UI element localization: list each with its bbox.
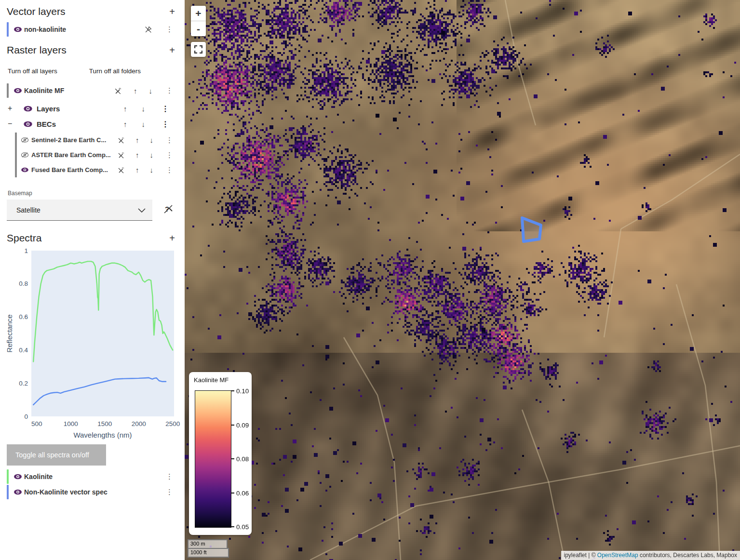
pin-disabled-icon[interactable] xyxy=(144,26,152,34)
colorbar-tick-label: 0.05 xyxy=(236,523,249,531)
layer-menu-icon[interactable]: ⋮ xyxy=(164,136,175,145)
attribution-suffix: contributors, Descartes Labs, Mapbox xyxy=(638,552,737,559)
move-down-icon[interactable]: ↓ xyxy=(150,151,154,159)
layer-label: ASTER Bare Earth Comp... xyxy=(31,151,117,159)
layer-label: Sentinel-2 Bare Earth C... xyxy=(31,136,117,144)
layer-menu-icon[interactable]: ⋮ xyxy=(164,151,175,160)
visibility-off-eye-icon[interactable] xyxy=(21,152,31,158)
becs-children-group: Sentinel-2 Bare Earth C... ↑ ↓ ⋮ ASTER B… xyxy=(7,133,178,177)
move-up-icon[interactable]: ↑ xyxy=(135,151,139,159)
svg-text:0.2: 0.2 xyxy=(19,380,28,387)
openstreetmap-link[interactable]: OpenStreetMap xyxy=(597,552,638,559)
basemap-select[interactable]: Satellite xyxy=(7,200,152,221)
layer-menu-icon[interactable]: ⋮ xyxy=(164,86,175,95)
visibility-eye-icon[interactable] xyxy=(13,489,24,495)
svg-text:0.6: 0.6 xyxy=(19,313,28,320)
query-tool-disabled-icon[interactable]: ? xyxy=(163,204,174,216)
spectra-chart-svg: 00.20.40.60.815001000150020002500Wavelen… xyxy=(4,247,183,440)
fullscreen-icon xyxy=(194,45,202,53)
zoom-out-button[interactable]: - xyxy=(191,21,206,36)
raster-layer-row-fused: Fused Bare Earth Comp... ↑ ↓ ⋮ xyxy=(21,162,178,177)
move-down-icon[interactable]: ↓ xyxy=(142,105,146,113)
expand-folder-icon[interactable]: + xyxy=(7,104,18,113)
svg-text:Wavelengths (nm): Wavelengths (nm) xyxy=(73,431,132,439)
folder-menu-icon[interactable]: ⋮ xyxy=(160,120,171,129)
folder-label: Layers xyxy=(37,105,123,113)
style-wand-disabled-icon[interactable] xyxy=(114,87,122,95)
move-down-icon[interactable]: ↓ xyxy=(142,120,146,128)
visibility-eye-icon[interactable] xyxy=(13,88,24,93)
move-up-icon[interactable]: ↑ xyxy=(135,136,139,144)
colorbar-tick-label: 0.09 xyxy=(236,422,249,429)
move-up-icon[interactable]: ↑ xyxy=(123,105,127,113)
move-down-icon[interactable]: ↓ xyxy=(150,136,154,144)
spectrum-color-bar xyxy=(7,485,9,499)
spectrum-row-kaolinite: Kaolinite ⋮ xyxy=(7,469,178,484)
spectrum-label: Kaolinite xyxy=(24,473,164,480)
move-down-icon[interactable]: ↓ xyxy=(149,87,153,95)
scale-control: 300 m 1000 ft xyxy=(188,539,229,558)
raster-layers-title: Raster layers xyxy=(7,44,67,56)
svg-text:Reflectance: Reflectance xyxy=(5,314,13,352)
style-wand-disabled-icon[interactable] xyxy=(117,136,125,144)
svg-text:500: 500 xyxy=(31,420,42,427)
svg-text:1: 1 xyxy=(24,247,28,254)
raster-layers-header: Raster layers + xyxy=(7,44,178,56)
visibility-eye-icon[interactable] xyxy=(13,27,24,32)
layer-color-bar xyxy=(7,22,9,37)
move-down-icon[interactable]: ↓ xyxy=(150,166,154,174)
tree-guide-bar xyxy=(15,133,17,177)
layer-label: Fused Bare Earth Comp... xyxy=(31,166,117,173)
scale-imperial: 1000 ft xyxy=(188,548,229,558)
turn-off-all-folders-link[interactable]: Turn off all folders xyxy=(89,67,141,75)
visibility-off-eye-icon[interactable] xyxy=(21,137,31,143)
add-raster-layer-button[interactable]: + xyxy=(166,45,178,55)
satellite-map[interactable] xyxy=(185,0,740,560)
visibility-eye-icon[interactable] xyxy=(13,474,24,480)
layer-label: non-kaolinite xyxy=(24,26,144,33)
spectra-header: Spectra + xyxy=(7,232,178,244)
map-attribution: ipyleaflet | © OpenStreetMap contributor… xyxy=(561,551,740,560)
move-up-icon[interactable]: ↑ xyxy=(135,166,139,174)
colorbar-tick xyxy=(231,526,234,527)
layer-control-sidebar: Vector layers + non-kaolinite ⋮ Raster l… xyxy=(0,0,185,560)
colorbar-gradient xyxy=(195,390,231,528)
style-wand-disabled-icon[interactable] xyxy=(117,166,125,174)
turn-off-all-layers-link[interactable]: Turn off all layers xyxy=(8,67,57,75)
move-up-icon[interactable]: ↑ xyxy=(123,120,127,128)
folder-row-becs: − BECs ↑ ↓ ⋮ xyxy=(7,116,178,132)
svg-text:0.4: 0.4 xyxy=(19,347,28,354)
toggle-all-spectra-button[interactable]: Toggle all spectra on/off xyxy=(7,444,106,466)
vector-layers-title: Vector layers xyxy=(7,6,65,17)
raster-layer-row-aster: ASTER Bare Earth Comp... ↑ ↓ ⋮ xyxy=(21,147,178,162)
svg-text:1500: 1500 xyxy=(97,420,112,427)
collapse-folder-icon[interactable]: − xyxy=(7,120,18,128)
style-wand-disabled-icon[interactable] xyxy=(117,151,125,159)
visibility-eye-icon[interactable] xyxy=(21,167,31,173)
svg-text:0: 0 xyxy=(24,413,28,420)
vector-layers-header: Vector layers + xyxy=(7,6,178,17)
zoom-in-button[interactable]: + xyxy=(191,6,206,21)
layer-menu-icon[interactable]: ⋮ xyxy=(164,166,175,174)
map-viewport[interactable]: + - Kaolinite MF 0.10 0.09 0.08 0.06 0.0… xyxy=(185,0,740,560)
spectrum-menu-icon[interactable]: ⋮ xyxy=(164,472,175,481)
chevron-down-icon xyxy=(138,206,146,214)
spectrum-row-non-kaolinite: Non-Kaolinite vector spec ⋮ xyxy=(7,485,178,499)
spectra-title: Spectra xyxy=(7,232,41,244)
svg-text:2500: 2500 xyxy=(165,420,180,427)
spectrum-menu-icon[interactable]: ⋮ xyxy=(164,488,175,496)
visibility-eye-icon[interactable] xyxy=(23,121,34,127)
layer-menu-icon[interactable]: ⋮ xyxy=(164,25,175,34)
colorbar-tick xyxy=(231,425,234,426)
folder-menu-icon[interactable]: ⋮ xyxy=(160,104,171,113)
layer-label: Kaolinite MF xyxy=(24,87,114,94)
add-spectrum-button[interactable]: + xyxy=(166,233,178,243)
add-vector-layer-button[interactable]: + xyxy=(166,7,178,16)
zoom-control: + - xyxy=(191,6,206,36)
fullscreen-button[interactable] xyxy=(191,42,206,57)
visibility-eye-icon[interactable] xyxy=(23,106,34,112)
colorbar-legend: Kaolinite MF 0.10 0.09 0.08 0.06 0.05 xyxy=(189,372,252,535)
move-up-icon[interactable]: ↑ xyxy=(134,87,137,95)
spectrum-label: Non-Kaolinite vector spec xyxy=(24,488,164,496)
folder-label: BECs xyxy=(37,120,123,128)
